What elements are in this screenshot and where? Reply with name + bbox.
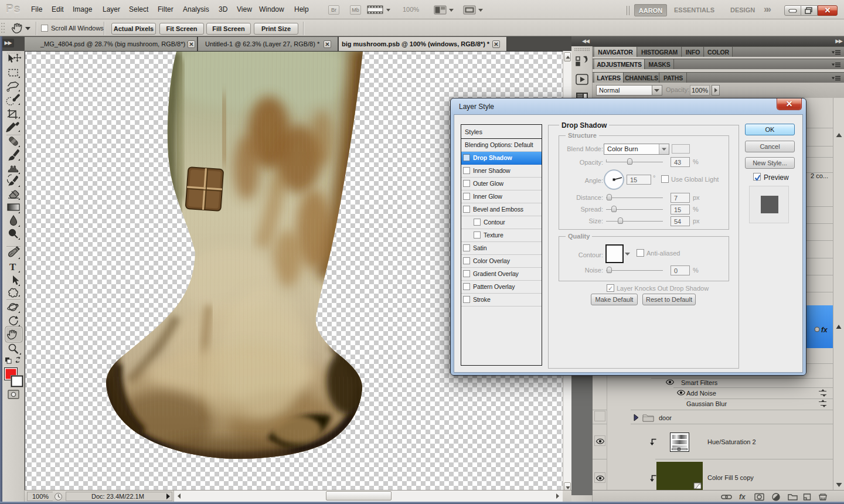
svg-text:fx: fx <box>739 493 746 501</box>
svg-text:fx: fx <box>821 326 828 334</box>
svg-text:T: T <box>9 261 16 273</box>
